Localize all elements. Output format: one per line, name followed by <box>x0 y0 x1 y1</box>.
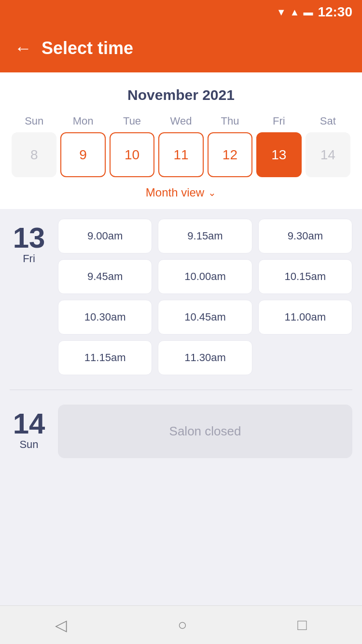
status-bar: ▼ ▲ ▬ 12:30 <box>0 0 362 24</box>
nav-recents-icon[interactable]: □ <box>297 616 306 634</box>
nav-home-icon[interactable]: ○ <box>178 616 187 634</box>
battery-icon: ▬ <box>303 7 313 18</box>
wifi-icon: ▼ <box>277 7 286 18</box>
cal-day-12[interactable]: 12 <box>208 132 252 177</box>
cal-day-14[interactable]: 14 <box>306 132 350 177</box>
salon-closed-text: Salon closed <box>169 424 241 439</box>
header: ← Select time <box>0 24 362 72</box>
time-slot-900am[interactable]: 9.00am <box>58 219 152 253</box>
cal-day-13[interactable]: 13 <box>256 132 301 177</box>
day-header-fri: Fri <box>254 115 303 127</box>
month-view-toggle[interactable]: Month view ⌄ <box>10 186 352 199</box>
divider <box>10 390 352 390</box>
calendar-row: 8 9 10 11 12 13 14 <box>10 132 352 177</box>
day-header-tue: Tue <box>108 115 156 127</box>
cal-day-10[interactable]: 10 <box>110 132 154 177</box>
time-grid-13: 9.00am 9.15am 9.30am 9.45am 10.00am 10.1… <box>58 219 352 375</box>
day-header-thu: Thu <box>206 115 254 127</box>
day-number-14: 14 <box>13 409 45 438</box>
day-header-sat: Sat <box>304 115 352 127</box>
time-slot-1115am[interactable]: 11.15am <box>58 340 152 375</box>
month-year-label: November 2021 <box>10 87 352 103</box>
chevron-down-icon: ⌄ <box>208 187 216 198</box>
month-view-label: Month view <box>146 186 204 199</box>
time-slot-1045am[interactable]: 10.45am <box>158 300 252 335</box>
time-slot-1030am[interactable]: 10.30am <box>58 300 152 335</box>
time-slot-1130am[interactable]: 11.30am <box>158 340 252 375</box>
day-block-13: 13 Fri 9.00am 9.15am 9.30am 9.45am 10.00… <box>10 219 352 375</box>
time-slot-1015am[interactable]: 10.15am <box>258 259 352 294</box>
timeslots-section: 13 Fri 9.00am 9.15am 9.30am 9.45am 10.00… <box>0 209 362 605</box>
time-slot-1000am[interactable]: 10.00am <box>158 259 252 294</box>
day-label-14: 14 Sun <box>10 405 48 458</box>
status-icons: ▼ ▲ ▬ <box>277 7 313 18</box>
signal-icon: ▲ <box>290 7 300 18</box>
calendar-section: November 2021 Sun Mon Tue Wed Thu Fri Sa… <box>0 72 362 209</box>
bottom-nav: ◁ ○ □ <box>0 605 362 644</box>
day-name-14: Sun <box>19 438 38 451</box>
day-block-14: 14 Sun Salon closed <box>10 405 352 458</box>
day-label-13: 13 Fri <box>10 219 48 375</box>
time-slot-945am[interactable]: 9.45am <box>58 259 152 294</box>
time-slot-930am[interactable]: 9.30am <box>258 219 352 253</box>
day-header-sun: Sun <box>10 115 58 127</box>
status-time: 12:30 <box>318 4 352 20</box>
time-slot-915am[interactable]: 9.15am <box>158 219 252 253</box>
nav-back-icon[interactable]: ◁ <box>55 616 67 634</box>
day-number-13: 13 <box>13 224 45 252</box>
back-button[interactable]: ← <box>14 38 32 58</box>
page-title: Select time <box>42 38 133 58</box>
day-header-mon: Mon <box>58 115 107 127</box>
calendar-day-headers: Sun Mon Tue Wed Thu Fri Sat <box>10 115 352 127</box>
salon-closed-block: Salon closed <box>58 405 352 458</box>
day-header-wed: Wed <box>156 115 205 127</box>
cal-day-11[interactable]: 11 <box>158 132 203 177</box>
cal-day-9[interactable]: 9 <box>60 132 105 177</box>
time-slot-1100am[interactable]: 11.00am <box>258 300 352 335</box>
cal-day-8[interactable]: 8 <box>12 132 56 177</box>
day-name-13: Fri <box>23 252 35 265</box>
